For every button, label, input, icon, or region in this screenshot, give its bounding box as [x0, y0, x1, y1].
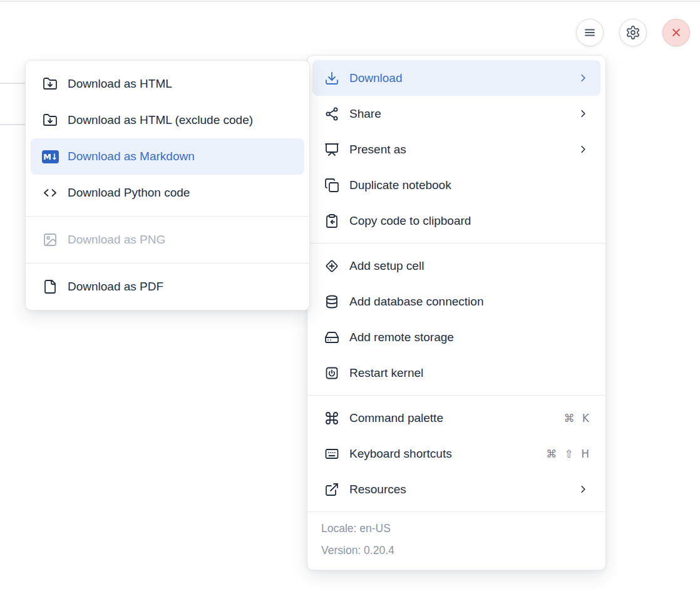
- diamond-plus-icon: [324, 258, 339, 274]
- keyboard-shortcut-hint: ⌘ K: [564, 412, 589, 424]
- locale-text: Locale: en-US: [321, 518, 592, 540]
- menu-item-label: Download as PDF: [68, 280, 293, 294]
- menu-item-duplicate-notebook[interactable]: Duplicate notebook: [312, 167, 600, 203]
- menu-section: Download as PDF: [26, 263, 309, 310]
- code-icon: [42, 185, 58, 201]
- notebook-menu: DownloadSharePresent asDuplicate noteboo…: [307, 55, 606, 570]
- menu-item-label: Add database connection: [349, 295, 589, 309]
- menu-item-label: Download as HTML (exclude code): [68, 113, 293, 127]
- menu-section: Command palette⌘ KKeyboard shortcuts⌘ ⇧ …: [307, 395, 605, 511]
- cell-border-stub: [0, 83, 25, 84]
- keyboard-shortcut-hint: ⌘ ⇧ H: [546, 448, 589, 460]
- menu-item-resources[interactable]: Resources: [312, 471, 600, 507]
- database-icon: [324, 294, 339, 309]
- gear-icon: [625, 25, 641, 41]
- menu-item-download-as-markdown[interactable]: M↓Download as Markdown: [31, 138, 304, 175]
- menu-section: DownloadSharePresent asDuplicate noteboo…: [307, 56, 605, 243]
- menu-item-add-setup-cell[interactable]: Add setup cell: [312, 248, 600, 284]
- notebook-page: Download as HTMLDownload as HTML (exclud…: [0, 0, 700, 616]
- chevron-right-icon: [577, 108, 589, 120]
- menu-item-download-as-pdf[interactable]: Download as PDF: [31, 269, 304, 305]
- menu-item-download[interactable]: Download: [312, 60, 600, 96]
- menu-item-present-as[interactable]: Present as: [312, 131, 600, 167]
- menu-item-label: Command palette: [349, 411, 553, 425]
- folder-down-icon: [42, 113, 58, 128]
- menu-item-label: Duplicate notebook: [349, 178, 589, 192]
- menu-item-download-as-html-exclude-code[interactable]: Download as HTML (exclude code): [31, 102, 304, 138]
- power-icon: [324, 365, 339, 381]
- chevron-right-icon: [577, 72, 589, 84]
- menu-item-download-python-code[interactable]: Download Python code: [31, 175, 304, 211]
- menu-item-download-as-png: Download as PNG: [31, 222, 304, 258]
- duplicate-icon: [324, 177, 339, 193]
- menu-item-label: Add remote storage: [349, 331, 589, 344]
- menu-item-label: Download as Markdown: [68, 150, 293, 163]
- menu-section: Add setup cellAdd database connectionAdd…: [307, 243, 605, 395]
- menu-item-label: Download as HTML: [68, 77, 293, 91]
- page-top-border: [0, 1, 700, 2]
- notebook-action-toolbar: [576, 19, 690, 46]
- menu-item-label: Copy code to clipboard: [349, 214, 589, 228]
- settings-button[interactable]: [619, 19, 647, 46]
- menu-item-restart-kernel[interactable]: Restart kernel: [312, 355, 600, 391]
- menu-item-label: Add setup cell: [349, 259, 589, 273]
- command-icon: [324, 410, 339, 426]
- share-icon: [324, 106, 339, 121]
- menu-item-add-database-connection[interactable]: Add database connection: [312, 284, 600, 319]
- chevron-right-icon: [577, 143, 589, 155]
- menu-item-label: Resources: [349, 483, 567, 496]
- version-text: Version: 0.20.4: [321, 540, 592, 562]
- menu-section: Download as HTMLDownload as HTML (exclud…: [26, 61, 309, 216]
- external-link-icon: [324, 481, 339, 497]
- markdown-download-icon: M↓: [42, 150, 59, 163]
- keyboard-icon: [324, 446, 339, 461]
- clipboard-icon: [324, 213, 339, 228]
- menu-button[interactable]: [576, 19, 604, 46]
- menu-item-download-as-html[interactable]: Download as HTML: [31, 66, 304, 102]
- menu-item-label: Keyboard shortcuts: [349, 447, 536, 461]
- menu-item-label: Share: [349, 107, 567, 121]
- menu-item-add-remote-storage[interactable]: Add remote storage: [312, 319, 600, 355]
- presentation-icon: [324, 141, 339, 157]
- menu-item-keyboard-shortcuts[interactable]: Keyboard shortcuts⌘ ⇧ H: [312, 436, 600, 471]
- hard-drive-icon: [324, 329, 339, 345]
- menu-item-command-palette[interactable]: Command palette⌘ K: [312, 400, 600, 436]
- menu-item-label: Restart kernel: [349, 366, 589, 380]
- menu-item-label: Download as PNG: [68, 233, 293, 247]
- download-icon: [324, 70, 339, 86]
- folder-down-icon: [42, 76, 58, 92]
- download-submenu: Download as HTMLDownload as HTML (exclud…: [25, 60, 310, 311]
- close-icon: [669, 25, 684, 41]
- file-icon: [42, 279, 58, 295]
- image-icon: [42, 232, 58, 248]
- menu-section: Download as PNG: [26, 216, 309, 263]
- close-button[interactable]: [662, 19, 690, 46]
- chevron-right-icon: [577, 483, 589, 495]
- menu-item-copy-code-to-clipboard[interactable]: Copy code to clipboard: [312, 203, 600, 239]
- menu-footer: Locale: en-US Version: 0.20.4: [307, 511, 605, 570]
- cell-border-stub: [0, 124, 25, 125]
- menu-item-label: Download Python code: [68, 186, 293, 200]
- menu-item-label: Download: [349, 71, 567, 85]
- menu-item-share[interactable]: Share: [312, 96, 600, 131]
- menu-item-label: Present as: [349, 143, 567, 157]
- hamburger-icon: [582, 25, 598, 41]
